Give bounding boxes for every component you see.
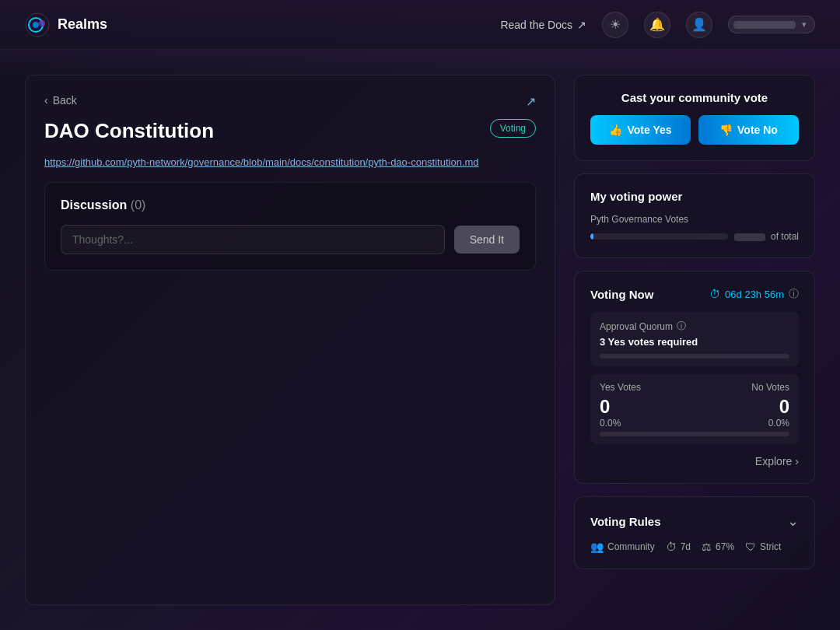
votes-row: Yes Votes No Votes 0 0.0% 0 0.0% bbox=[590, 374, 799, 444]
info-icon[interactable]: ⓘ bbox=[789, 287, 799, 301]
no-votes-right: 0 0.0% bbox=[768, 396, 789, 429]
yes-vote-count: 0 bbox=[600, 396, 621, 418]
community-icon: 👥 bbox=[590, 541, 604, 553]
sun-icon: ☀ bbox=[610, 17, 621, 32]
svg-point-2 bbox=[33, 22, 39, 28]
discussion-title: Discussion (0) bbox=[61, 198, 520, 212]
header-left: Realms bbox=[25, 12, 107, 37]
cast-vote-card: Cast your community vote 👍 Vote Yes 👎 Vo… bbox=[574, 75, 815, 161]
vp-bar-row: of total bbox=[590, 231, 799, 242]
voting-power-title: My voting power bbox=[590, 190, 799, 203]
rules-threshold-tag: ⚖ 67% bbox=[702, 541, 734, 553]
vp-bar-outer bbox=[590, 233, 728, 240]
vp-bar-inner bbox=[590, 233, 593, 240]
status-badge: Voting bbox=[490, 119, 536, 138]
voting-rules-title: Voting Rules bbox=[590, 515, 661, 528]
vote-no-button[interactable]: 👎 Vote No bbox=[698, 115, 799, 145]
voting-rules-chevron-icon[interactable]: ⌄ bbox=[787, 513, 799, 530]
clock-icon: ⏱ bbox=[709, 288, 720, 300]
voting-now-title: Voting Now bbox=[590, 288, 653, 301]
realms-logo-icon bbox=[25, 12, 50, 37]
discussion-section: Discussion (0) Send It bbox=[44, 182, 536, 271]
comment-input-row: Send It bbox=[61, 225, 520, 254]
header-right: Read the Docs ↗ ☀ 🔔 👤 ▾ bbox=[500, 12, 815, 38]
yes-votes-left: 0 0.0% bbox=[600, 396, 621, 429]
vote-yes-button[interactable]: 👍 Vote Yes bbox=[590, 115, 691, 145]
svg-point-3 bbox=[39, 20, 45, 26]
chevron-down-icon: ▾ bbox=[802, 19, 807, 30]
timer-text: 06d 23h 56m bbox=[725, 289, 784, 300]
no-vote-pct: 0.0% bbox=[768, 418, 789, 429]
rules-community-tag: 👥 Community bbox=[590, 541, 655, 553]
vp-label: Pyth Governance Votes bbox=[590, 214, 799, 225]
read-docs-label: Read the Docs bbox=[500, 19, 572, 31]
shield-icon: 🛡 bbox=[745, 541, 756, 553]
voting-power-card: My voting power Pyth Governance Votes of… bbox=[574, 173, 815, 258]
voting-now-header: Voting Now ⏱ 06d 23h 56m ⓘ bbox=[590, 287, 799, 301]
rules-tags: 👥 Community ⏱ 7d ⚖ 67% 🛡 Strict bbox=[590, 541, 799, 553]
external-link-icon: ↗ bbox=[577, 19, 586, 31]
quorum-info-icon[interactable]: ⓘ bbox=[677, 320, 686, 333]
clock-small-icon: ⏱ bbox=[666, 541, 677, 553]
yes-vote-pct: 0.0% bbox=[600, 418, 621, 429]
quorum-row: Approval Quorum ⓘ 3 Yes votes required bbox=[590, 312, 799, 366]
votes-header: Yes Votes No Votes bbox=[600, 382, 789, 393]
app-title: Realms bbox=[58, 16, 107, 33]
back-chevron-icon: ‹ bbox=[44, 94, 48, 107]
quorum-label: Approval Quorum ⓘ bbox=[600, 320, 789, 333]
timer-row: ⏱ 06d 23h 56m ⓘ bbox=[709, 287, 799, 301]
no-votes-label: No Votes bbox=[751, 382, 789, 393]
quorum-bar-outer bbox=[600, 354, 789, 359]
panel-external-link[interactable]: ↗ bbox=[526, 94, 536, 109]
theme-toggle-button[interactable]: ☀ bbox=[602, 12, 628, 38]
voting-rules-header: Voting Rules ⌄ bbox=[590, 513, 799, 530]
rules-duration-tag: ⏱ 7d bbox=[666, 541, 691, 553]
notifications-button[interactable]: 🔔 bbox=[644, 12, 670, 38]
vote-buttons: 👍 Vote Yes 👎 Vote No bbox=[590, 115, 799, 145]
no-vote-count: 0 bbox=[768, 396, 789, 418]
scale-icon: ⚖ bbox=[702, 541, 712, 553]
person-icon: 👤 bbox=[691, 17, 707, 32]
rules-strict-tag: 🛡 Strict bbox=[745, 541, 781, 553]
header: Realms Read the Docs ↗ ☀ 🔔 👤 ▾ bbox=[0, 0, 840, 50]
user-menu[interactable]: ▾ bbox=[728, 16, 815, 33]
votes-bar-outer bbox=[600, 432, 789, 436]
proposal-link[interactable]: https://github.com/pyth-network/governan… bbox=[44, 156, 536, 170]
voting-rules-card: Voting Rules ⌄ 👥 Community ⏱ 7d ⚖ 67% bbox=[574, 496, 815, 569]
right-panel: Cast your community vote 👍 Vote Yes 👎 Vo… bbox=[574, 75, 815, 605]
discussion-count: (0) bbox=[131, 198, 146, 212]
back-label: Back bbox=[53, 94, 77, 107]
left-panel: ↗ ‹ Back DAO Constitution Voting https:/… bbox=[25, 75, 555, 605]
voting-now-card: Voting Now ⏱ 06d 23h 56m ⓘ Approval Quor… bbox=[574, 271, 815, 484]
vp-of-total: of total bbox=[734, 231, 799, 242]
main-content: ↗ ‹ Back DAO Constitution Voting https:/… bbox=[0, 50, 840, 630]
explore-chevron-icon: › bbox=[795, 455, 799, 467]
vp-value-blurred bbox=[734, 233, 765, 241]
bell-icon: 🔔 bbox=[649, 17, 665, 32]
thumbs-up-icon: 👍 bbox=[609, 124, 622, 136]
user-avatar-button[interactable]: 👤 bbox=[686, 12, 712, 38]
back-button[interactable]: ‹ Back bbox=[44, 94, 77, 107]
user-name-blurred bbox=[733, 21, 796, 29]
quorum-value: 3 Yes votes required bbox=[600, 336, 789, 348]
read-docs-link[interactable]: Read the Docs ↗ bbox=[500, 19, 586, 31]
cast-vote-title: Cast your community vote bbox=[590, 91, 799, 104]
comment-input[interactable] bbox=[61, 225, 445, 254]
proposal-title: DAO Constitution bbox=[44, 119, 214, 143]
explore-link[interactable]: Explore › bbox=[590, 452, 799, 467]
thumbs-down-icon: 👎 bbox=[719, 124, 733, 136]
yes-votes-label: Yes Votes bbox=[600, 382, 641, 393]
proposal-header: DAO Constitution Voting bbox=[44, 119, 536, 143]
send-button[interactable]: Send It bbox=[454, 226, 520, 254]
votes-numbers: 0 0.0% 0 0.0% bbox=[600, 396, 789, 429]
